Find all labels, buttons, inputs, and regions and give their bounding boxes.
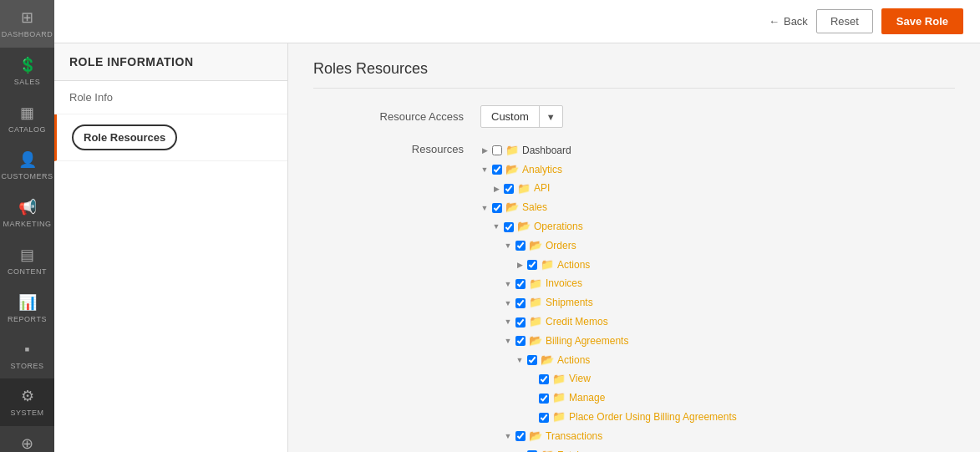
checkbox-shipments[interactable]	[515, 298, 526, 308]
toggle-invoices-icon[interactable]: ▼	[504, 278, 512, 290]
tree-node-manage: 📁 Manage	[527, 389, 955, 408]
folder-ba-actions-icon: 📂	[541, 352, 554, 369]
folder-actions-orders-icon: 📁	[541, 256, 554, 274]
checkbox-billing-agreements[interactable]	[515, 336, 526, 346]
checkbox-api[interactable]	[504, 184, 514, 194]
tree-node-view: 📁 View	[527, 370, 955, 389]
resource-access-select[interactable]: Custom ▼	[480, 105, 563, 128]
toggle-orders-icon[interactable]: ▼	[504, 240, 512, 251]
sidebar-item-system[interactable]: ⚙ SYSTEM	[0, 378, 54, 426]
checkbox-ba-actions[interactable]	[527, 355, 537, 365]
toggle-operations-icon[interactable]: ▼	[492, 221, 500, 232]
tree-item-fetch[interactable]: 📁 Fetch	[515, 446, 955, 452]
reset-button[interactable]: Reset	[816, 9, 873, 33]
sidebar-label-stores: STORES	[11, 362, 44, 371]
resources-row: Resources ▶ 📁 Dashboard	[313, 141, 955, 452]
checkbox-orders[interactable]	[515, 241, 526, 251]
tree-item-analytics[interactable]: ▼ 📂 Analytics	[480, 160, 955, 180]
tree-node-dashboard: ▶ 📁 Dashboard	[480, 141, 955, 160]
toggle-sales-icon[interactable]: ▼	[480, 202, 489, 214]
toggle-billing-agreements-icon[interactable]: ▼	[504, 335, 512, 347]
toggle-transactions-icon[interactable]: ▼	[504, 430, 512, 442]
sidebar-label-reports: REPORTS	[8, 315, 47, 324]
tree-item-operations[interactable]: ▼ 📂 Operations	[492, 217, 955, 236]
customers-icon: 👤	[18, 150, 37, 169]
sidebar-item-customers[interactable]: 👤 CUSTOMERS	[0, 142, 54, 190]
label-fetch: Fetch	[557, 448, 582, 452]
sidebar-item-marketing[interactable]: 📢 MARKETING	[0, 190, 54, 237]
tree-item-billing-agreements[interactable]: ▼ 📂 Billing Agreements	[504, 332, 955, 351]
back-button[interactable]: ← Back	[769, 15, 808, 28]
right-panel: Roles Resources Resource Access Custom ▼…	[288, 43, 980, 452]
sidebar-item-stores[interactable]: ▪ STORES	[0, 333, 54, 379]
checkbox-manage[interactable]	[539, 394, 549, 404]
checkbox-sales[interactable]	[492, 203, 502, 213]
tree-item-credit-memos[interactable]: ▼ 📁 Credit Memos	[504, 312, 955, 332]
folder-operations-icon: 📂	[517, 218, 531, 236]
stores-icon: ▪	[24, 341, 29, 358]
toggle-credit-memos-icon[interactable]: ▼	[504, 316, 512, 328]
toggle-ba-actions-icon[interactable]: ▼	[515, 354, 524, 366]
tree-item-sales[interactable]: ▼ 📂 Sales	[480, 198, 955, 217]
label-transactions: Transactions	[546, 429, 602, 444]
toggle-analytics-icon[interactable]: ▼	[480, 164, 489, 175]
tree-node-billing-agreements: ▼ 📂 Billing Agreements	[504, 332, 955, 427]
toggle-api-icon[interactable]: ▶	[492, 183, 500, 195]
tree-item-manage[interactable]: 📁 Manage	[527, 389, 955, 408]
checkbox-transactions[interactable]	[515, 431, 526, 441]
resources-label: Resources	[363, 141, 464, 155]
tree-item-shipments[interactable]: ▼ 📁 Shipments	[504, 293, 955, 312]
checkbox-actions-orders[interactable]	[527, 260, 537, 270]
sidebar-item-sales[interactable]: 💲 SALES	[0, 48, 54, 95]
tree-item-invoices[interactable]: ▼ 📁 Invoices	[504, 275, 955, 294]
tree-item-transactions[interactable]: ▼ 📂 Transactions	[504, 427, 955, 446]
folder-analytics-icon: 📂	[505, 161, 519, 179]
role-resources-label: Role Resources	[72, 124, 177, 150]
resource-access-row: Resource Access Custom ▼	[313, 105, 955, 128]
tree-item-dashboard[interactable]: ▶ 📁 Dashboard	[480, 141, 955, 160]
tree-item-actions-orders[interactable]: ▶ 📁 Actions	[515, 256, 955, 275]
find-icon: ⊕	[21, 434, 33, 452]
toggle-actions-orders-icon[interactable]: ▶	[515, 259, 524, 271]
panel-menu-item-role-resources[interactable]: Role Resources	[54, 114, 287, 161]
checkbox-place-order[interactable]	[539, 413, 549, 423]
select-dropdown-arrow-icon[interactable]: ▼	[540, 108, 562, 126]
sidebar-item-find[interactable]: ⊕ FIND PARTNERS & EXTENSIONS	[0, 426, 54, 452]
tree-item-place-order[interactable]: 📁 Place Order Using Billing Agreements	[527, 408, 955, 427]
label-dashboard: Dashboard	[522, 143, 571, 159]
checkbox-analytics[interactable]	[492, 165, 502, 175]
folder-place-order-icon: 📁	[552, 409, 566, 426]
tree-item-ba-actions[interactable]: ▼ 📂 Actions	[515, 351, 955, 370]
sidebar-item-dashboard[interactable]: ⊞ DASHBOARD	[0, 0, 54, 48]
catalog-icon: ▦	[20, 104, 34, 122]
tree-node-operations: ▼ 📂 Operations	[492, 217, 955, 452]
sidebar: ⊞ DASHBOARD 💲 SALES ▦ CATALOG 👤 CUSTOMER…	[0, 0, 54, 452]
folder-api-icon: 📁	[517, 180, 531, 198]
label-analytics: Analytics	[522, 162, 562, 178]
checkbox-credit-memos[interactable]	[515, 317, 526, 328]
tree-item-api[interactable]: ▶ 📁 API	[492, 180, 955, 199]
tree-node-shipments: ▼ 📁 Shipments	[504, 293, 955, 312]
toggle-shipments-icon[interactable]: ▼	[504, 297, 512, 309]
checkbox-invoices[interactable]	[515, 279, 526, 289]
toggle-dashboard-icon[interactable]: ▶	[480, 145, 489, 156]
checkbox-operations[interactable]	[504, 222, 514, 232]
tree-item-orders[interactable]: ▼ 📂 Orders	[504, 236, 955, 256]
sidebar-item-content[interactable]: ▤ CONTENT	[0, 237, 54, 285]
roles-resources-heading: Roles Resources	[313, 60, 955, 89]
sidebar-item-catalog[interactable]: ▦ CATALOG	[0, 95, 54, 143]
checkbox-dashboard[interactable]	[492, 145, 502, 155]
resources-tree: ▶ 📁 Dashboard ▼ 📂	[480, 141, 955, 452]
tree-node-place-order: 📁 Place Order Using Billing Agreements	[527, 408, 955, 427]
label-billing-agreements: Billing Agreements	[546, 333, 628, 349]
label-actions-orders: Actions	[557, 257, 590, 273]
checkbox-view[interactable]	[539, 374, 549, 384]
sidebar-item-reports[interactable]: 📊 REPORTS	[0, 285, 54, 333]
system-icon: ⚙	[21, 387, 34, 405]
tree-item-view[interactable]: 📁 View	[527, 370, 955, 389]
label-credit-memos: Credit Memos	[546, 314, 608, 330]
save-role-button[interactable]: Save Role	[881, 8, 963, 34]
tree-node-analytics: ▼ 📂 Analytics ▶ 📁	[480, 160, 955, 199]
panel-menu-item-role-info[interactable]: Role Info	[54, 81, 287, 114]
sidebar-label-dashboard: DASHBOARD	[2, 30, 53, 39]
